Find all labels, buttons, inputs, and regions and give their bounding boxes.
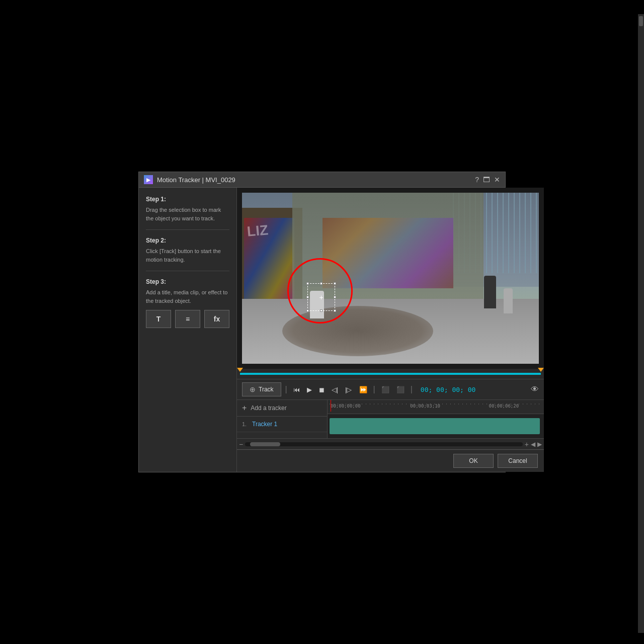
sep2: |: [373, 385, 375, 394]
step2-title: Step 2:: [146, 237, 229, 244]
crosshair-icon: ⊕: [250, 385, 256, 393]
footer-bar: OK Cancel: [237, 449, 544, 472]
playhead: [331, 400, 331, 412]
tracker-list: + Add a tracker 1. ✓: [237, 400, 328, 438]
ruler-label-2: 00;00;03;10: [410, 404, 440, 409]
ruler-label-1: 00;00;00;00: [331, 404, 361, 409]
step1-block: Step 1: Drag the selection box to mark t…: [146, 196, 229, 230]
step3-title: Step 3:: [146, 278, 229, 285]
right-panel: LIZ: [237, 188, 544, 472]
scrubbar-start-marker: [237, 368, 243, 372]
ruler-mark-2: 00;00;03;10: [410, 400, 440, 410]
step3-desc: Add a title, media clip, or effect to th…: [146, 288, 229, 305]
scroll-track[interactable]: [245, 442, 523, 446]
video-area: LIZ: [237, 188, 544, 369]
cancel-button[interactable]: Cancel: [498, 454, 538, 468]
timeline-ruler: 00;00;00;00 00;00;03;10 00;00;06;20: [328, 400, 544, 414]
app-icon: ▶: [144, 175, 153, 184]
vertical-scrollbar[interactable]: [638, 14, 644, 633]
scroll-left-arrow[interactable]: ◀: [531, 441, 535, 448]
effect-button[interactable]: fx: [204, 310, 229, 328]
close-button[interactable]: ✕: [494, 176, 500, 184]
stop-button[interactable]: ◼: [317, 385, 327, 394]
v-scroll-thumb: [639, 16, 643, 26]
add-tracker-label: Add a tracker: [251, 405, 286, 412]
step3-block: Step 3: Add a title, media clip, or effe…: [146, 278, 229, 335]
scrubbar-track[interactable]: [240, 373, 541, 375]
step-forward-button[interactable]: |▷: [343, 385, 354, 394]
export-button[interactable]: ⬛: [379, 385, 391, 394]
motion-tracker-dialog: ▶ Motion Tracker | MVI_0029 ? 🗖 ✕ Step 1…: [138, 172, 506, 472]
zoom-out-button[interactable]: −: [239, 440, 243, 448]
play-button[interactable]: ▶: [305, 385, 314, 394]
scrubbar[interactable]: [237, 369, 544, 379]
main-content: Step 1: Drag the selection box to mark t…: [139, 188, 505, 472]
step-back-button[interactable]: ◁|: [330, 385, 340, 394]
help-button[interactable]: ?: [475, 176, 479, 184]
step3-buttons: T ≡ fx: [146, 310, 229, 328]
add-tracker-row[interactable]: + Add a tracker: [237, 400, 327, 417]
controls-bar: ⊕ Track | ⏮ ▶ ◼ ◁| |▷ ⏩ | ⬛ ⬛ | 00; 00; …: [237, 379, 544, 400]
ok-button[interactable]: OK: [453, 454, 494, 468]
track-button[interactable]: ⊕ Track: [242, 382, 281, 396]
window-controls: ? 🗖 ✕: [475, 176, 500, 184]
minimize-button[interactable]: 🗖: [483, 176, 490, 184]
title-bar: ▶ Motion Tracker | MVI_0029 ? 🗖 ✕: [139, 172, 505, 188]
zoom-in-button[interactable]: +: [525, 440, 529, 448]
fast-forward-button[interactable]: ⏩: [357, 385, 369, 394]
scrollbar-area: − + ◀ ▶: [237, 438, 544, 449]
tracker-bar-1: [330, 418, 540, 434]
track-label: Track: [259, 386, 274, 393]
tracker-timeline: 00;00;00;00 00;00;03;10 00;00;06;20: [328, 400, 544, 438]
import-button[interactable]: ⬛: [394, 385, 407, 394]
eye-button[interactable]: 👁: [531, 385, 539, 394]
media-button[interactable]: ≡: [175, 310, 200, 328]
ruler-mark-1: 00;00;00;00: [331, 400, 361, 410]
step1-title: Step 1:: [146, 196, 229, 203]
tracker-bar-row: [328, 414, 544, 438]
sep1: |: [285, 385, 287, 394]
scroll-right-arrow[interactable]: ▶: [537, 441, 542, 448]
step1-desc: Drag the selection box to mark the objec…: [146, 206, 229, 222]
video-frame: LIZ: [242, 193, 539, 364]
step2-block: Step 2: Click [Track] button to start th…: [146, 237, 229, 271]
scroll-thumb: [250, 442, 280, 446]
tracker-area: + Add a tracker 1. ✓: [237, 400, 544, 438]
title-button[interactable]: T: [146, 310, 171, 328]
add-tracker-plus-icon: +: [242, 404, 247, 413]
ruler-container: 00;00;00;00 00;00;03;10 00;00;06;20: [330, 400, 542, 412]
scrubbar-end-marker: [538, 368, 544, 372]
step2-desc: Click [Track] button to start the motion…: [146, 247, 229, 264]
timecode-display: 00; 00; 00; 00: [421, 386, 476, 393]
sep3: |: [411, 385, 413, 394]
tracker-num-1: 1.: [242, 421, 249, 427]
ruler-label-3: 00;00;06;20: [489, 404, 519, 409]
instructions-panel: Step 1: Drag the selection box to mark t…: [139, 188, 237, 472]
video-scene: LIZ: [242, 193, 539, 364]
play-to-start-button[interactable]: ⏮: [291, 385, 302, 394]
tracker-item-1: 1. ✓: [237, 417, 327, 432]
dialog-title: Motion Tracker | MVI_0029: [157, 176, 471, 184]
tracker-name-input-1[interactable]: [252, 421, 328, 428]
ruler-mark-3: 00;00;06;20: [489, 400, 519, 410]
